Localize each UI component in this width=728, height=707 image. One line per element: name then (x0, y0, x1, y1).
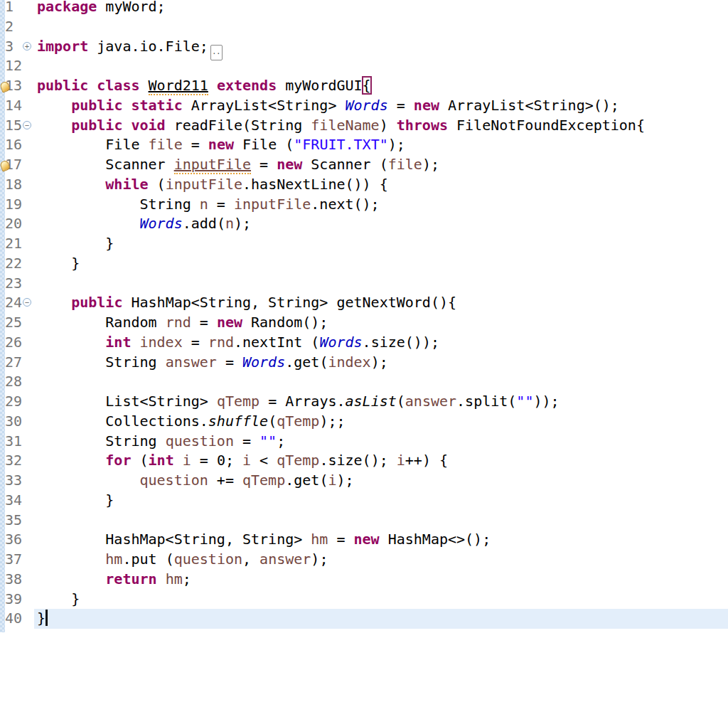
code-text[interactable]: File file = new File ("FRUIT.TXT"); (34, 135, 728, 155)
fold-column (24, 353, 34, 373)
fold-column (24, 195, 34, 215)
code-token: HashMap<>(); (380, 531, 491, 548)
code-text[interactable]: String question = ""; (34, 432, 728, 452)
code-text[interactable]: } (34, 491, 728, 511)
line-number: 28 (0, 372, 24, 392)
code-text[interactable]: public class Word211 extends myWordGUI{ (34, 76, 728, 96)
code-token: File (37, 136, 149, 153)
code-text[interactable]: import java.io.File;.. (34, 37, 728, 57)
line-number: 20 (0, 214, 24, 234)
fold-column (24, 471, 34, 491)
code-token: while (105, 176, 148, 193)
code-token: qTemp (242, 472, 285, 489)
fold-expand-icon[interactable]: + (23, 42, 31, 51)
code-text[interactable] (34, 17, 728, 37)
code-token: qTemp (277, 452, 319, 469)
line-number: 16 (0, 135, 24, 155)
code-token: i (183, 452, 191, 469)
fold-column (24, 451, 34, 471)
line-number: 14 (0, 96, 24, 116)
code-token: extends (217, 77, 277, 94)
code-token: ++) { (405, 452, 448, 469)
fold-column (24, 550, 34, 570)
code-token: rnd (208, 334, 234, 351)
code-token: Collections. (37, 413, 208, 430)
fold-column (24, 234, 34, 254)
code-token: = (234, 432, 259, 450)
code-line-2: 2 (0, 17, 728, 37)
code-token (208, 77, 217, 94)
code-text[interactable]: public void readFile(String fileName) th… (34, 116, 728, 136)
code-line-12: 12 (0, 56, 728, 76)
code-text[interactable]: Random rnd = new Random(); (34, 313, 728, 333)
code-text[interactable]: HashMap<String, String> hm = new HashMap… (34, 530, 728, 550)
code-token: myWordGUI (277, 77, 362, 94)
fold-column (24, 155, 34, 175)
fold-column: − (24, 116, 34, 136)
code-text[interactable]: Words.add(n); (34, 214, 728, 234)
code-token: "FRUIT.TXT" (294, 136, 387, 153)
code-token: ); (388, 136, 405, 153)
code-token: ); (422, 156, 439, 173)
code-token: inputFile (174, 156, 251, 174)
code-token: answer (166, 354, 217, 371)
fold-column (24, 491, 34, 511)
line-number: 30 (0, 412, 24, 432)
code-text[interactable]: } (34, 590, 728, 610)
code-token: answer (405, 393, 456, 410)
code-text[interactable]: while (inputFile.hasNextLine()) { (34, 175, 728, 195)
code-text[interactable]: hm.put (question, answer); (34, 550, 728, 570)
text-cursor (46, 610, 48, 626)
code-token: Scanner (37, 156, 174, 173)
code-text[interactable]: List<String> qTemp = Arrays.asList(answe… (34, 392, 728, 412)
code-token: ( (268, 413, 277, 430)
code-token: java.io.File; (88, 38, 208, 55)
code-token: inputFile (234, 196, 311, 213)
code-text[interactable]: Collections.shuffle(qTemp);; (34, 412, 728, 432)
java-code-editor[interactable]: 1package myWord;23+import java.io.File;.… (0, 0, 728, 707)
code-text[interactable]: package myWord; (34, 0, 728, 17)
code-text[interactable]: for (int i = 0; i < qTemp.size(); i++) { (34, 451, 728, 471)
code-token (37, 176, 105, 193)
code-text[interactable]: String n = inputFile.next(); (34, 195, 728, 215)
code-text[interactable]: } (34, 609, 728, 629)
code-line-26: 26 int index = rnd.nextInt (Words.size()… (0, 333, 728, 353)
code-text[interactable]: String answer = Words.get(index); (34, 353, 728, 373)
code-token: Words (242, 354, 285, 371)
code-text[interactable] (34, 511, 728, 531)
code-text[interactable]: } (34, 234, 728, 254)
line-number: 24 (0, 293, 24, 313)
fold-column (24, 609, 34, 629)
line-number: 21 (0, 234, 24, 254)
fold-collapse-icon[interactable]: − (23, 121, 31, 129)
code-line-23: 23 (0, 274, 728, 294)
code-text[interactable]: return hm; (34, 570, 728, 590)
code-text[interactable]: Scanner inputFile = new Scanner (file); (34, 155, 728, 175)
code-text[interactable] (34, 56, 728, 76)
code-line-1: 1package myWord; (0, 0, 728, 17)
code-token: String (37, 354, 166, 371)
code-text[interactable]: int index = rnd.nextInt (Words.size()); (34, 333, 728, 353)
code-token: )); (533, 393, 559, 410)
code-text[interactable] (34, 372, 728, 392)
code-text[interactable]: public static ArrayList<String> Words = … (34, 96, 728, 116)
code-token: String (37, 196, 200, 213)
code-token (131, 334, 139, 351)
fold-collapse-icon[interactable]: − (23, 298, 31, 307)
code-token: = (217, 354, 242, 371)
code-token: public static (71, 97, 191, 114)
code-text[interactable] (34, 274, 728, 294)
code-text[interactable]: public HashMap<String, String> getNextWo… (34, 293, 728, 313)
fold-column: + (24, 37, 34, 57)
code-token: = (191, 314, 217, 331)
code-rows: 1package myWord;23+import java.io.File;.… (0, 0, 728, 629)
line-number: 1 (0, 0, 24, 17)
code-line-3: 3+import java.io.File;.. (0, 37, 728, 57)
code-token: i (328, 472, 336, 489)
code-token: );; (319, 413, 345, 430)
code-text[interactable]: } (34, 254, 728, 274)
code-line-13: 13public class Word211 extends myWordGUI… (0, 76, 728, 96)
code-text[interactable]: question += qTemp.get(i); (34, 471, 728, 491)
code-line-21: 21 } (0, 234, 728, 254)
code-token: ; (277, 432, 285, 450)
